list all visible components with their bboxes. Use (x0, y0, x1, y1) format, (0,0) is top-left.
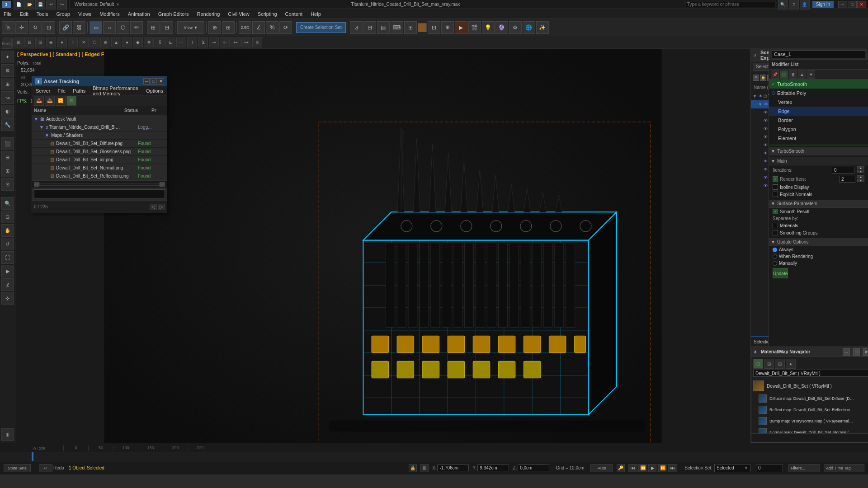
sign-in-btn[interactable]: Sign In (812, 1, 834, 8)
tb2-s19[interactable]: ⊻ (198, 38, 208, 47)
mat-nav-item-4[interactable]: Normal map: Dewalt_Drill_Bit_Set_Normal … (751, 427, 868, 433)
mod-editable-poly[interactable]: ⬡ Editable Poly (769, 89, 868, 98)
mod-vertex[interactable]: Vertex (769, 98, 868, 107)
list-item[interactable]: 🖼 Dewalt_Drill_Bit_Set_Diffuse.png Found (32, 140, 167, 148)
vp-layout-3[interactable]: ⊞ (1, 164, 14, 177)
menu-tools[interactable]: Tools (35, 10, 50, 18)
scale-btn[interactable]: ⊡ (42, 21, 55, 34)
render-prod-btn[interactable]: 🎬 (468, 21, 481, 34)
mat-nav-minimize[interactable]: ─ (843, 348, 850, 356)
tb2-s20[interactable]: ⊸ (209, 38, 219, 47)
tb2-s6[interactable]: ♦ (57, 38, 67, 47)
menu-modifiers[interactable]: Modifiers (98, 10, 122, 18)
motion-tool[interactable]: ↝ (1, 91, 14, 104)
mod-explicit-check[interactable] (773, 192, 778, 197)
mod-surface-section[interactable]: ▼ Surface Parameters (769, 200, 868, 208)
menu-scripting[interactable]: Scripting (256, 10, 279, 18)
mod-always-radio[interactable] (773, 248, 777, 252)
se-filter-btn2[interactable]: 🔒 (760, 75, 766, 81)
asset-tb1[interactable]: 📥 (34, 96, 44, 106)
maximize-btn[interactable]: □ (848, 1, 857, 8)
mat-nav-item-1[interactable]: Diffuse map: Dewalt_Drill_Bit_Set-Diffus… (751, 393, 868, 404)
orbit-tool[interactable]: ↺ (1, 238, 14, 250)
list-item[interactable]: ▼ 🏛 Autodesk Vault (32, 115, 167, 123)
asset-scroll-left[interactable]: ◁ (34, 182, 39, 187)
se-filter-btn1[interactable]: ✕ (753, 75, 759, 81)
menu-file[interactable]: File (2, 10, 14, 18)
go-end-btn[interactable]: ⏭ (668, 464, 677, 472)
ribbon-btn[interactable]: ▤ (377, 21, 390, 34)
tb2-s13[interactable]: ◆ (133, 38, 143, 47)
asset-minimize-btn[interactable]: ─ (143, 78, 150, 84)
mod-iterations-input[interactable] (832, 167, 854, 174)
add-time-tag-btn[interactable]: Add Time Tag (824, 464, 864, 472)
sel-set-dropdown[interactable]: Selected ▼ (714, 464, 750, 472)
mod-when-rendering-option[interactable]: When Rendering (769, 253, 868, 260)
menu-animation[interactable]: Animation (126, 10, 152, 18)
zoom-tool[interactable]: 🔍 (1, 197, 14, 210)
render-setup-btn[interactable]: ⚙ (509, 21, 522, 34)
mod-border[interactable]: Border (769, 116, 868, 125)
asset-restore-btn[interactable]: □ (151, 78, 157, 84)
list-item[interactable]: 🖼 Dewalt_Drill_Bit_Set_ior.png Found (32, 156, 167, 164)
tb2-s23[interactable]: ⊶ (241, 38, 251, 47)
align-tools-btn[interactable]: ⊞ (222, 21, 235, 34)
quick-access-new[interactable]: 📄 (14, 0, 24, 9)
mat-nav-material-select[interactable]: Dewalt_Drill_Bit_Set ( VRayMtl ) (753, 370, 868, 377)
tb2-s8[interactable]: ✕ (79, 38, 89, 47)
asset-menu-bitmap[interactable]: Bitmap Performance and Memory (91, 84, 141, 97)
time-input[interactable] (756, 464, 783, 472)
subobj-btn[interactable]: ⊡ (428, 21, 440, 34)
mat-nav-item-3[interactable]: Bump map: VRayNormalMap ( VRayNormalMap … (751, 416, 868, 427)
unlink-btn[interactable]: ⛓ (73, 21, 85, 34)
mod-element[interactable]: Element (769, 134, 868, 143)
mod-polygon[interactable]: Polygon (769, 125, 868, 134)
close-btn[interactable]: ✕ (857, 1, 866, 8)
next-frame-btn[interactable]: ⏩ (658, 464, 667, 472)
menu-graph-editors[interactable]: Graph Editors (156, 10, 191, 18)
asset-scroll-right[interactable]: ▷ (160, 182, 165, 187)
pan-tool[interactable]: ✋ (1, 224, 14, 237)
snap-spinner-btn[interactable]: ⟳ (279, 21, 292, 34)
tb2-s4[interactable]: ⊡ (35, 38, 45, 47)
tb2-s2[interactable]: ⊞ (14, 38, 24, 47)
undo-btn[interactable]: ↩ (39, 464, 52, 472)
render-effect-btn[interactable]: ✨ (536, 21, 549, 34)
environment-btn[interactable]: 🌐 (523, 21, 535, 34)
active-shade-btn[interactable]: 💡 (482, 21, 495, 34)
timeline-playhead[interactable] (32, 452, 33, 461)
help-btn[interactable]: ? (789, 0, 799, 9)
filters-btn[interactable]: Filters... (788, 464, 820, 472)
vp-layout-4[interactable]: ⊡ (1, 178, 14, 191)
utilities-tool[interactable]: 🔧 (1, 118, 14, 131)
create-selection-btn[interactable]: Create Selection Set (296, 22, 346, 33)
tb2-s3[interactable]: ⊟ (24, 38, 34, 47)
zoom-extents-tool[interactable]: ⊟ (1, 211, 14, 223)
asset-tb4[interactable]: ⊡ (66, 96, 76, 106)
mod-manually-option[interactable]: Manually (769, 260, 868, 267)
menu-civil-view[interactable]: Civil View (226, 10, 251, 18)
keyboard-shortcut-override-btn[interactable]: ⌨ (391, 21, 403, 34)
snap-angle-btn[interactable]: ∠ (252, 21, 265, 34)
mat-nav-btn4[interactable]: ♦ (786, 359, 796, 369)
list-item[interactable]: 🖼 Dewalt_Drill_Bit_Set_Normal.png Found (32, 164, 167, 172)
state-sets-btn[interactable]: State Sets (4, 464, 31, 472)
hierarchy-tool[interactable]: ⊞ (1, 78, 14, 90)
display-tool[interactable]: ◐ (1, 105, 14, 117)
filter-tool[interactable]: ⊻ (1, 278, 14, 291)
list-item[interactable]: 🖼 Dewalt_Drill_Bit_Set_Glossiness.png Fo… (32, 148, 167, 156)
mod-turbosmooth-section[interactable]: ▼ TurboSmooth (769, 147, 868, 155)
asset-next-btn[interactable]: ▷ (158, 204, 165, 210)
menu-group[interactable]: Group (54, 10, 72, 18)
mod-pin-btn[interactable]: 📌 (771, 70, 779, 79)
move-btn[interactable]: ✛ (15, 21, 28, 34)
auto-key-btn[interactable]: Auto (590, 464, 613, 472)
rect-select-btn[interactable]: ▭ (90, 21, 102, 34)
mat-nav-item-0[interactable]: Dewalt_Drill_Bit_Set ( VRayMtl ) (751, 379, 868, 393)
create-tool[interactable]: ✦ (1, 51, 14, 63)
menu-rendering[interactable]: Rendering (195, 10, 222, 18)
mod-isoline-check[interactable] (773, 184, 778, 190)
list-item[interactable]: 🖼 Dewalt_Drill_Bit_Set_Reflection.png Fo… (32, 172, 167, 180)
render-frame-btn[interactable]: ▶ (455, 21, 467, 34)
y-input[interactable] (477, 465, 509, 471)
